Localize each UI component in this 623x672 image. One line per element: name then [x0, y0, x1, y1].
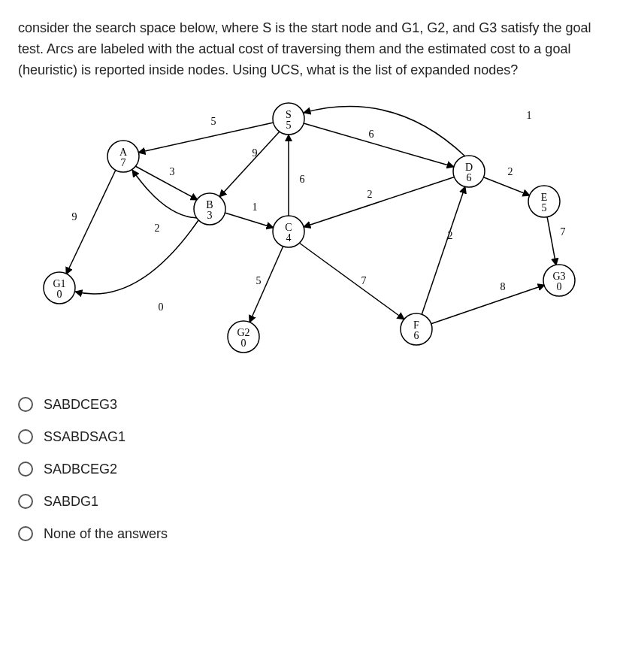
edge-F-D	[422, 186, 465, 315]
node-h-G3: 0	[557, 280, 562, 292]
node-D: D 6	[453, 156, 485, 187]
edge-C-G2	[250, 246, 283, 322]
edge-label-CG2: 5	[256, 275, 262, 286]
option-4[interactable]: SABDG1	[18, 494, 605, 510]
edge-label-CF: 7	[361, 275, 367, 286]
edge-label-FG3: 8	[501, 281, 506, 292]
edge-label-DS: 1	[527, 110, 532, 121]
edge-F-G3	[431, 285, 545, 324]
edge-D-C	[304, 177, 455, 227]
radio-icon	[18, 397, 33, 412]
node-h-E: 5	[542, 201, 547, 213]
node-h-D: 6	[467, 171, 472, 183]
edge-label-BC: 1	[253, 201, 258, 213]
option-label: SSABDSAG1	[44, 429, 126, 445]
edge-label-SA: 5	[211, 116, 216, 127]
option-2[interactable]: SSABDSAG1	[18, 429, 605, 445]
search-graph-diagram: 5 9 6 1 3 2 9 0 1 6 2 2 5 7 2 8 7 S	[18, 96, 589, 374]
node-C: C 4	[273, 216, 304, 247]
edge-label-DC: 2	[367, 189, 373, 200]
edge-label-BA: 2	[155, 222, 160, 234]
edge-label-SD: 6	[369, 129, 374, 140]
radio-icon	[18, 462, 33, 477]
radio-icon	[18, 526, 33, 541]
node-h-A: 7	[121, 156, 126, 168]
question-text: consider the search space below, where S…	[18, 18, 605, 81]
node-h-S: 5	[286, 119, 292, 130]
node-G3: G3 0	[543, 265, 575, 296]
edge-B-G1	[75, 220, 198, 294]
option-label: SADBCEG2	[44, 462, 117, 477]
option-label: None of the answers	[44, 526, 168, 542]
node-h-G2: 0	[241, 337, 246, 348]
edge-label-SB: 9	[253, 147, 258, 159]
edge-C-F	[299, 243, 404, 319]
node-E: E 5	[528, 186, 560, 217]
radio-icon	[18, 429, 33, 444]
option-label: SABDG1	[44, 494, 98, 510]
edge-label-AB: 3	[170, 166, 175, 177]
edge-label-BG1: 0	[159, 301, 164, 313]
node-F: F 6	[401, 313, 432, 345]
edge-label-EG3: 7	[561, 226, 566, 238]
node-h-G1: 0	[57, 288, 62, 299]
radio-icon	[18, 494, 33, 509]
node-B: B 3	[194, 193, 225, 225]
option-3[interactable]: SADBCEG2	[18, 462, 605, 477]
option-5[interactable]: None of the answers	[18, 526, 605, 542]
edge-label-FD: 2	[448, 230, 453, 241]
node-S: S 5	[273, 103, 304, 135]
edge-label-DE: 2	[508, 166, 513, 177]
edge-E-G3	[547, 216, 556, 265]
node-h-F: 6	[414, 329, 419, 341]
option-1[interactable]: SABDCEG3	[18, 397, 605, 413]
edge-label-CS: 6	[300, 174, 305, 185]
node-h-C: 4	[286, 232, 292, 243]
edge-label-AG1: 9	[72, 211, 77, 222]
node-h-B: 3	[207, 209, 213, 220]
answer-options: SABDCEG3 SSABDSAG1 SADBCEG2 SABDG1 None …	[18, 397, 605, 542]
node-G1: G1 0	[44, 272, 75, 304]
node-G2: G2 0	[228, 321, 259, 353]
edge-S-B	[219, 132, 280, 197]
edge-D-S	[304, 106, 465, 156]
option-label: SABDCEG3	[44, 397, 117, 413]
node-A: A 7	[107, 141, 139, 172]
edge-D-E	[484, 177, 530, 195]
edge-A-B	[135, 166, 198, 200]
edge-B-C	[225, 213, 274, 228]
